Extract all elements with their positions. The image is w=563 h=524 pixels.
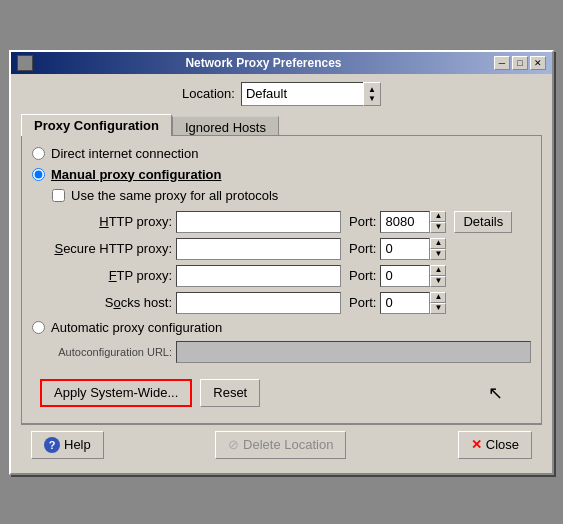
apply-system-wide-button[interactable]: Apply System-Wide...: [40, 379, 192, 407]
manual-label: Manual proxy configuration: [51, 167, 221, 182]
same-proxy-label: Use the same proxy for all protocols: [71, 188, 278, 203]
main-window: Network Proxy Preferences ─ □ ✕ Location…: [9, 50, 554, 475]
direct-label: Direct internet connection: [51, 146, 198, 161]
location-select-arrow[interactable]: ▲ ▼: [363, 82, 381, 106]
cursor-icon: ↖: [488, 382, 503, 404]
secure-port-wrapper: ▲ ▼: [380, 238, 446, 260]
socks-label: Socks host:: [52, 295, 172, 310]
close-button[interactable]: ✕: [530, 56, 546, 70]
secure-port-down[interactable]: ▼: [430, 249, 446, 260]
ftp-proxy-row: FTP proxy: Port: ▲ ▼: [52, 265, 531, 287]
location-select-wrapper: Default ▲ ▼: [241, 82, 381, 106]
autoconfig-url-input[interactable]: [176, 341, 531, 363]
tabs: Proxy Configuration Ignored Hosts: [21, 114, 542, 136]
location-label: Location:: [182, 86, 235, 101]
proxy-fields: HTTP proxy: Port: ▲ ▼ Details Secure HTT…: [52, 211, 531, 314]
tab-content: Direct internet connection Manual proxy …: [21, 135, 542, 424]
direct-radio-row: Direct internet connection: [32, 146, 531, 161]
http-port-spin: ▲ ▼: [430, 211, 446, 233]
ftp-port-down[interactable]: ▼: [430, 276, 446, 287]
title-bar: Network Proxy Preferences ─ □ ✕: [11, 52, 552, 74]
action-row: Apply System-Wide... Reset ↖: [32, 373, 531, 413]
socks-proxy-input[interactable]: [176, 292, 341, 314]
minimize-button[interactable]: ─: [494, 56, 510, 70]
bottom-bar: ? Help ⊘ Delete Location ✕ Close: [21, 424, 542, 465]
ftp-port-spin: ▲ ▼: [430, 265, 446, 287]
same-proxy-checkbox[interactable]: [52, 189, 65, 202]
title-bar-controls: ─ □ ✕: [494, 56, 546, 70]
autoconfig-row: Autoconfiguration URL:: [52, 341, 531, 363]
ftp-port-label: Port:: [349, 268, 376, 283]
details-button[interactable]: Details: [454, 211, 512, 233]
socks-port-spin: ▲ ▼: [430, 292, 446, 314]
location-select[interactable]: Default: [241, 82, 381, 106]
help-icon: ?: [44, 437, 60, 453]
http-proxy-input[interactable]: [176, 211, 341, 233]
direct-radio[interactable]: [32, 147, 45, 160]
ftp-proxy-input[interactable]: [176, 265, 341, 287]
delete-location-button[interactable]: ⊘ Delete Location: [215, 431, 346, 459]
http-port-up[interactable]: ▲: [430, 211, 446, 222]
secure-proxy-row: Secure HTTP proxy: Port: ▲ ▼: [52, 238, 531, 260]
http-port-input[interactable]: [380, 211, 430, 233]
socks-port-wrapper: ▲ ▼: [380, 292, 446, 314]
secure-port-up[interactable]: ▲: [430, 238, 446, 249]
same-proxy-row: Use the same proxy for all protocols: [52, 188, 531, 203]
secure-port-label: Port:: [349, 241, 376, 256]
close-label: Close: [486, 437, 519, 452]
socks-port-up[interactable]: ▲: [430, 292, 446, 303]
delete-location-label: Delete Location: [243, 437, 333, 452]
reset-button[interactable]: Reset: [200, 379, 260, 407]
ftp-port-up[interactable]: ▲: [430, 265, 446, 276]
auto-radio-row: Automatic proxy configuration: [32, 320, 531, 335]
ftp-port-input[interactable]: [380, 265, 430, 287]
tab-proxy-configuration[interactable]: Proxy Configuration: [21, 114, 172, 136]
help-button[interactable]: ? Help: [31, 431, 104, 459]
ftp-label: FTP proxy:: [52, 268, 172, 283]
socks-port-label: Port:: [349, 295, 376, 310]
secure-port-spin: ▲ ▼: [430, 238, 446, 260]
secure-label: Secure HTTP proxy:: [52, 241, 172, 256]
manual-radio-row: Manual proxy configuration: [32, 167, 531, 182]
close-icon: ✕: [471, 437, 482, 452]
maximize-button[interactable]: □: [512, 56, 528, 70]
secure-port-input[interactable]: [380, 238, 430, 260]
window-title: Network Proxy Preferences: [33, 56, 494, 70]
socks-port-input[interactable]: [380, 292, 430, 314]
http-port-down[interactable]: ▼: [430, 222, 446, 233]
window-content: Location: Default ▲ ▼ Proxy Configuratio…: [11, 74, 552, 473]
http-label: HTTP proxy:: [52, 214, 172, 229]
autoconfig-url-label: Autoconfiguration URL:: [52, 346, 172, 358]
manual-radio[interactable]: [32, 168, 45, 181]
http-port-label: Port:: [349, 214, 376, 229]
http-port-wrapper: ▲ ▼: [380, 211, 446, 233]
auto-label: Automatic proxy configuration: [51, 320, 222, 335]
close-button-bottom[interactable]: ✕ Close: [458, 431, 532, 459]
location-row: Location: Default ▲ ▼: [21, 82, 542, 106]
socks-proxy-row: Socks host: Port: ▲ ▼: [52, 292, 531, 314]
cursor-area: ↖: [268, 382, 523, 404]
secure-proxy-input[interactable]: [176, 238, 341, 260]
ftp-port-wrapper: ▲ ▼: [380, 265, 446, 287]
http-proxy-row: HTTP proxy: Port: ▲ ▼ Details: [52, 211, 531, 233]
socks-port-down[interactable]: ▼: [430, 303, 446, 314]
help-label: Help: [64, 437, 91, 452]
delete-location-icon: ⊘: [228, 437, 239, 452]
window-icon: [17, 55, 33, 71]
auto-radio[interactable]: [32, 321, 45, 334]
